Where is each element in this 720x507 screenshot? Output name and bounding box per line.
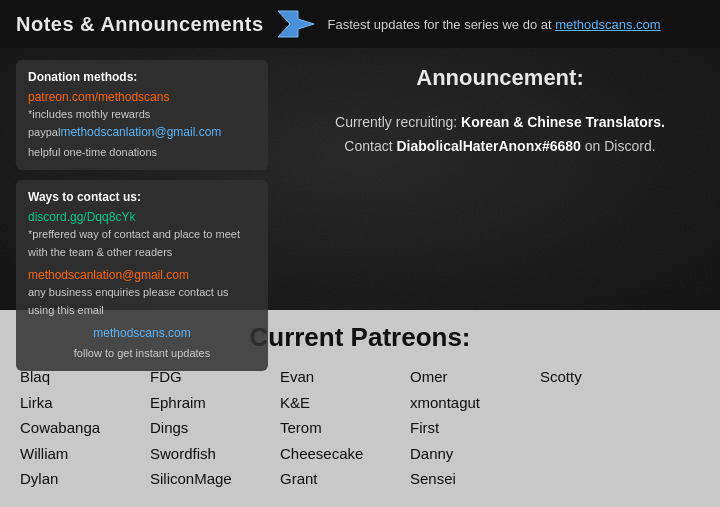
svg-marker-0 [278,11,314,37]
patreon-name: SiliconMage [150,469,280,489]
patreon-col-3: OmerxmontagutFirstDannySensei [410,367,540,489]
patreon-name: Cheesecake [280,444,410,464]
patreon-name: Lirka [20,393,150,413]
patreon-name: First [410,418,540,438]
patreon-name: Dings [150,418,280,438]
patreon-name: Grant [280,469,410,489]
patreon-name: Scotty [540,367,670,387]
patreon-name: Omer [410,367,540,387]
patreon-grid: BlaqLirkaCowabangaWilliamDylanFDGEphraim… [20,367,700,489]
donation-card: Donation methods: patreon.com/methodscan… [16,60,268,170]
patreon-col-1: FDGEphraimDingsSwordfishSiliconMage [150,367,280,489]
email-note: any business enquiries please contact us… [28,286,229,316]
patreon-note: *includes mothly rewards [28,108,150,120]
announcement-title: Announcement: [416,65,583,91]
page-title: Notes & Announcements [16,13,264,36]
patreon-name: Ephraim [150,393,280,413]
patreon-name: xmontagut [410,393,540,413]
top-section: Notes & Announcements Fastest updates fo… [0,0,720,310]
paypal-label: paypal [28,126,60,138]
header-description: Fastest updates for the series we do at … [328,17,661,32]
website-note: follow to get instant updates [74,347,210,359]
header-bar: Notes & Announcements Fastest updates fo… [0,0,720,48]
paypal-link[interactable]: methodscanlation@gmail.com [60,125,221,139]
contact-card: Ways to contact us: discord.gg/Dqq8cYk *… [16,180,268,371]
discord-note: *preffered way of contact and place to m… [28,228,240,258]
email-link[interactable]: methodscanlation@gmail.com [28,268,256,282]
patreon-link[interactable]: patreon.com/methodscans [28,90,256,104]
arrow-icon [278,9,314,39]
patreon-name: Cowabanga [20,418,150,438]
website-link[interactable]: methodscans.com [28,326,256,340]
announcement-body: Currently recruiting: Korean & Chinese T… [335,111,665,159]
patreon-name: Evan [280,367,410,387]
patreon-col-2: EvanK&ETeromCheesecakeGrant [280,367,410,489]
discord-link[interactable]: discord.gg/Dqq8cYk [28,210,256,224]
contact-title: Ways to contact us: [28,190,256,204]
patreon-name: Danny [410,444,540,464]
patreon-col-4: Scotty [540,367,670,489]
patreon-name: William [20,444,150,464]
patreon-name: Swordfish [150,444,280,464]
header-link[interactable]: methodscans.com [555,17,661,32]
patreon-name: K&E [280,393,410,413]
patreon-name: Terom [280,418,410,438]
patreon-name: Sensei [410,469,540,489]
paypal-note: helpful one-time donations [28,146,157,158]
patreon-name: Dylan [20,469,150,489]
patreon-col-0: BlaqLirkaCowabangaWilliamDylan [20,367,150,489]
donation-title: Donation methods: [28,70,256,84]
